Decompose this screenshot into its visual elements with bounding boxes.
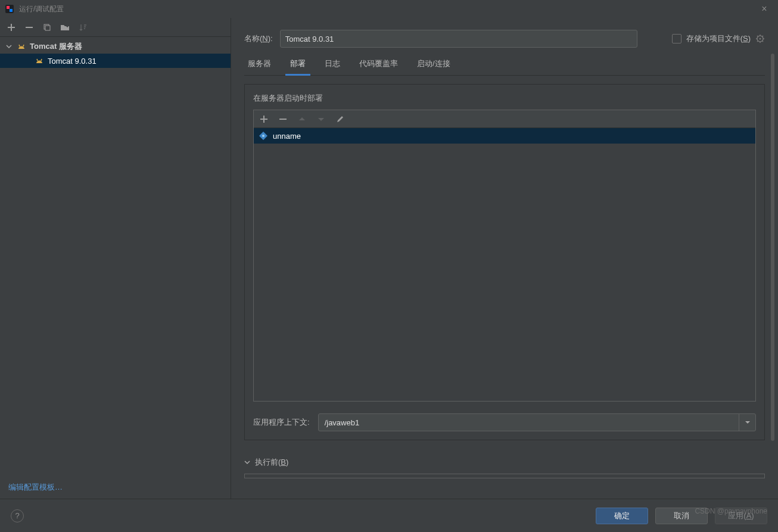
add-icon[interactable] <box>6 22 17 33</box>
remove-icon[interactable] <box>24 22 35 33</box>
store-checkbox[interactable] <box>672 34 681 43</box>
deployment-panel: 在服务器启动时部署 unname <box>244 84 765 440</box>
main-panel: 名称(N): 存储为项目文件(S) 服务器 部署 日志 代码覆盖率 启动/连接 <box>231 18 778 499</box>
svg-rect-1 <box>7 6 10 9</box>
move-down-icon <box>316 114 326 125</box>
artifacts-list: unname <box>253 110 756 402</box>
scrollbar[interactable] <box>771 54 774 441</box>
before-launch-label: 执行前(B) <box>255 457 288 468</box>
tab-startup[interactable]: 启动/连接 <box>416 54 452 75</box>
tab-server[interactable]: 服务器 <box>247 54 272 75</box>
close-icon[interactable]: × <box>755 4 773 14</box>
help-icon[interactable]: ? <box>11 509 24 522</box>
remove-icon[interactable] <box>278 114 288 125</box>
sidebar-toolbar <box>0 18 231 37</box>
store-area: 存储为项目文件(S) <box>672 33 765 44</box>
name-input[interactable] <box>280 30 637 48</box>
tab-coverage[interactable]: 代码覆盖率 <box>358 54 399 75</box>
config-tree[interactable]: Tomcat 服务器 Tomcat 9.0.31 <box>0 37 231 476</box>
artifact-item[interactable]: unname <box>254 128 755 144</box>
chevron-down-icon[interactable] <box>244 459 251 465</box>
sort-icon <box>77 22 88 33</box>
dialog-footer: ? 确定 取消 应用(A) <box>0 499 778 532</box>
edit-icon[interactable] <box>335 114 346 125</box>
artifact-label: unname <box>273 132 301 141</box>
context-label: 应用程序上下文: <box>253 417 310 428</box>
deploy-section-title: 在服务器启动时部署 <box>253 93 756 104</box>
tabs: 服务器 部署 日志 代码覆盖率 启动/连接 <box>244 54 765 76</box>
tree-node-tomcat-instance[interactable]: Tomcat 9.0.31 <box>0 54 231 68</box>
chevron-down-icon[interactable] <box>739 414 755 431</box>
svg-point-6 <box>760 38 761 40</box>
tomcat-icon <box>35 56 44 66</box>
svg-rect-4 <box>45 26 50 30</box>
tab-logs[interactable]: 日志 <box>323 54 341 75</box>
sidebar: Tomcat 服务器 Tomcat 9.0.31 编辑配置模板… <box>0 18 231 499</box>
tab-deployment[interactable]: 部署 <box>289 54 307 75</box>
app-icon <box>5 4 14 14</box>
context-value: /javaweb1 <box>325 418 360 427</box>
window-title: 运行/调试配置 <box>19 4 64 14</box>
gear-icon[interactable] <box>755 34 765 43</box>
tree-node-label: Tomcat 9.0.31 <box>48 57 97 66</box>
apply-button: 应用(A) <box>715 508 767 524</box>
artifacts-list-body[interactable]: unname <box>254 128 755 401</box>
ok-button[interactable]: 确定 <box>596 508 648 524</box>
before-launch-list[interactable] <box>244 474 765 478</box>
titlebar: 运行/调试配置 × <box>0 0 778 18</box>
before-launch-header[interactable]: 执行前(B) <box>244 457 765 468</box>
tomcat-icon <box>17 42 26 51</box>
cancel-button[interactable]: 取消 <box>655 508 708 524</box>
name-label: 名称(N): <box>244 33 273 44</box>
tree-node-label: Tomcat 服务器 <box>30 41 82 52</box>
copy-icon[interactable] <box>42 22 52 33</box>
context-row: 应用程序上下文: /javaweb1 <box>253 413 756 431</box>
tree-node-tomcat-server[interactable]: Tomcat 服务器 <box>0 39 231 54</box>
name-row: 名称(N): 存储为项目文件(S) <box>244 30 765 48</box>
edit-templates-link[interactable]: 编辑配置模板… <box>8 483 63 491</box>
move-up-icon <box>297 114 307 125</box>
artifacts-toolbar <box>254 110 755 128</box>
artifact-icon <box>259 131 268 141</box>
chevron-down-icon[interactable] <box>6 43 13 49</box>
store-label: 存储为项目文件(S) <box>686 33 751 44</box>
svg-rect-2 <box>10 9 13 12</box>
folder-icon[interactable] <box>60 22 70 33</box>
add-icon[interactable] <box>259 114 269 125</box>
before-launch-section: 执行前(B) <box>244 457 765 478</box>
context-combo[interactable]: /javaweb1 <box>318 413 756 431</box>
body: Tomcat 服务器 Tomcat 9.0.31 编辑配置模板… 名称(N): … <box>0 18 778 499</box>
svg-point-8 <box>262 135 264 137</box>
sidebar-footer: 编辑配置模板… <box>0 476 231 499</box>
